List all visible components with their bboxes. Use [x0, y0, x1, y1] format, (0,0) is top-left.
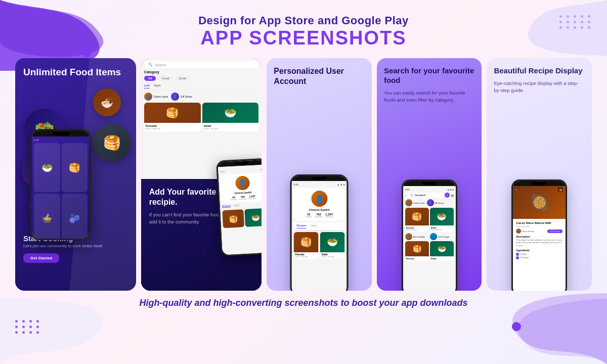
card5-text: Beautiful Recipe Display Eye-catching re… [487, 58, 592, 99]
phone-mockup-card4: 9:41 ▲▼● ‹ 🔍 Sandwich ✕ ⊞ [402, 179, 457, 291]
card-recipe-display: Beautiful Recipe Display Eye-catching re… [487, 58, 592, 291]
card4-text: Search for your favourite food You can e… [377, 58, 482, 109]
footer-text: High-quality and high-converting screens… [0, 298, 607, 308]
food-dish-4: 🥞 [93, 124, 131, 162]
card-user-account: Personalized User Account 9:41 ▲ ▼ ● [267, 58, 372, 291]
page-header: Design for App Store and Google Play APP… [0, 0, 607, 58]
card1-heading: Unlimited Food Items [23, 66, 128, 78]
card-search: Search for your favourite food You can e… [377, 58, 482, 291]
recipe-title: Cacao Maca Walnut Milk [516, 221, 562, 224]
phone-mockup-card2: 9:41 ↗ 👤 Choirul Syafril 32Recipes 782Fo… [216, 158, 262, 257]
card4-heading: Search for your favourite food [384, 66, 475, 85]
phone-mockup-card5: 🥘 ‹ ⊞ Cacao Maca Walnut Milk Food • 60 m… [511, 179, 567, 291]
dots-decoration-bottom-left [15, 320, 40, 334]
header-title: APP SCREENSHOTS [0, 27, 607, 49]
card1-heading-area: Unlimited Food Items [23, 66, 128, 82]
phone-mockup-card3: 9:41 ▲ ▼ ● 👤 Choirul Syafril 32Recipes 7… [290, 174, 349, 291]
start-cooking-desc: Let's join our community to cook better … [23, 244, 103, 248]
header-subtitle: Design for App Store and Google Play [0, 14, 607, 27]
footer-section: High-quality and high-converting screens… [0, 291, 607, 308]
screenshots-row: 🥗 🍲 🫐 🥞 🍜 9:41 🥗 🥞 🍲 [0, 58, 607, 291]
card5-heading: Beautiful Recipe Display [494, 66, 585, 76]
decorative-circle-bottom-right [512, 322, 521, 331]
get-started-button[interactable]: Get Started [23, 253, 59, 263]
card3-heading: Personalized User Account [274, 66, 365, 86]
card-add-recipe: 🔍Search Category All Food Drink Left Nig… [141, 58, 262, 291]
card-unlimited-food: 🥗 🍲 🫐 🥞 🍜 9:41 🥗 🥞 🍲 [15, 58, 136, 291]
food-dish-5: 🍜 [93, 88, 121, 116]
card3-text: Personalized User Account [267, 58, 372, 96]
phone-mockup-card1: 9:41 🥗 🥞 🍲 🫐 [30, 129, 91, 240]
card4-subtext: You can easily search for your favorite … [384, 89, 475, 104]
card5-subtext: Eye-catching recipe display with a step-… [494, 80, 585, 95]
